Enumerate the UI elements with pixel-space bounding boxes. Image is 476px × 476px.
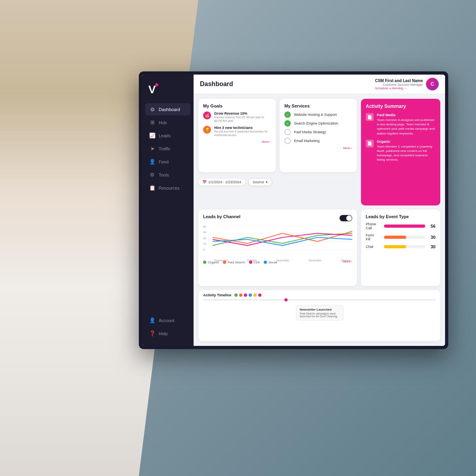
timeline-dot-blue	[249, 294, 252, 297]
chart-svg-container: September October November December Janu…	[213, 225, 352, 257]
event-item-phone: Phone Call 56	[366, 222, 436, 230]
my-goals-card: My Goals 💰 Grow Revenue 10% Improve reve…	[198, 99, 276, 172]
phone-bar-container	[384, 225, 425, 228]
activity-summary-card: Activity Summary 📄 Paid Media Team membe…	[361, 99, 440, 205]
sidebar-item-label: Hub	[159, 120, 167, 125]
activity-item-paid-media: 📄 Paid Media Team member A designed and …	[366, 113, 436, 136]
sidebar-item-label: Traffic	[159, 146, 171, 151]
sidebar-item-account[interactable]: 👤 Account	[145, 314, 190, 326]
phone-bar	[384, 225, 425, 228]
legend-organic: Organic	[203, 261, 219, 264]
check-icon-1: ✓	[284, 111, 291, 118]
event-item-chat: Chat 30	[366, 244, 436, 249]
sidebar-bottom: 👤 Account ❓ Help	[142, 314, 194, 340]
page-title: Dashboard	[200, 81, 233, 88]
leads-channel-title: Leads by Channel	[203, 214, 240, 219]
phone-count: 56	[428, 224, 436, 228]
sidebar-item-feed[interactable]: 👤 Feed	[145, 155, 190, 168]
social-dot	[264, 261, 267, 264]
paid-search-dot	[223, 261, 226, 264]
timeline-popup: Newsletter Launched Paid Search campaign…	[296, 305, 344, 321]
filter-row: 📅 1/1/2024 - 1/23/2024 Source ▾	[198, 176, 357, 188]
goal-text-2: Hire 3 new technicians Recruit and hire …	[214, 126, 271, 137]
timeline-header: Activity Timeline	[203, 293, 436, 297]
organic-icon: 📄	[366, 140, 374, 148]
chat-bar	[384, 245, 406, 248]
timeline-line	[203, 299, 436, 300]
sidebar-item-label: Resources	[159, 186, 180, 190]
legend-social: Social	[264, 261, 277, 264]
activity-summary-title: Activity Summary	[366, 104, 436, 109]
leads-channel-card: Leads by Channel 40 30 20 10 0	[198, 209, 357, 286]
goal-icon-2: 👷	[203, 126, 211, 134]
check-icon-3	[284, 129, 291, 135]
source-filter-button[interactable]: Source ▾	[248, 178, 272, 186]
lsa-dot	[249, 261, 252, 264]
chat-bar-container	[384, 245, 425, 248]
goal-item-1: 💰 Grow Revenue 10% Improve revenue from …	[203, 111, 271, 123]
goal-item-2: 👷 Hire 3 new technicians Recruit and hir…	[203, 126, 271, 137]
leads-event-card: Leads by Event Type Phone Call 56	[361, 209, 440, 286]
dashboard-icon: ⊙	[149, 106, 155, 112]
legend-paid-search: Paid Search	[223, 261, 245, 264]
sidebar-item-label: Leads	[159, 133, 171, 138]
logo-dot	[155, 83, 158, 86]
dashboard-body: My Goals 💰 Grow Revenue 10% Improve reve…	[194, 94, 445, 346]
user-info: CSM First and Last Name Customer Success…	[375, 79, 423, 90]
user-name: CSM First and Last Name	[375, 79, 423, 83]
form-bar	[384, 236, 406, 239]
service-item-3: Paid Media Strategy	[284, 129, 352, 135]
form-bar-container	[384, 236, 425, 239]
tools-icon: ⚙	[149, 172, 155, 178]
services-more-link[interactable]: More ›	[284, 146, 352, 150]
feed-icon: 👤	[149, 159, 155, 165]
monitor-frame: V ⊙ Dashboard ⊞ Hub 📈 Leads ➤	[139, 71, 448, 349]
user-role: Customer Success Manager	[375, 83, 423, 86]
leads-event-title: Leads by Event Type	[366, 214, 436, 219]
sidebar-item-leads[interactable]: 📈 Leads	[145, 129, 190, 142]
chart-more-link[interactable]: More ›	[343, 260, 352, 263]
sidebar-help-label: Help	[159, 331, 168, 336]
sidebar-item-help[interactable]: ❓ Help	[145, 327, 190, 340]
schedule-link[interactable]: Schedule a Meeting →	[375, 86, 423, 90]
sidebar-item-label: Dashboard	[159, 107, 180, 112]
sidebar-logo: V	[142, 81, 194, 103]
sidebar-item-hub[interactable]: ⊞ Hub	[145, 116, 190, 129]
help-icon: ❓	[149, 330, 155, 336]
date-range-filter[interactable]: 📅 1/1/2024 - 1/23/2024	[198, 178, 245, 186]
logo: V	[148, 84, 156, 95]
hub-icon: ⊞	[149, 119, 155, 125]
timeline-dot-green	[234, 294, 238, 297]
sidebar: V ⊙ Dashboard ⊞ Hub 📈 Leads ➤	[142, 75, 194, 346]
event-item-form: Form Fill 30	[366, 233, 436, 241]
activity-item-organic: 📄 Organic Team Member C completed a Quar…	[366, 140, 436, 162]
my-services-card: My Services ✓ Website Hosting & Support …	[280, 99, 357, 172]
sidebar-item-resources[interactable]: 📋 Resources	[145, 182, 190, 194]
goal-text-1: Grow Revenue 10% Improve revenue from $7…	[214, 111, 271, 123]
goals-more-link[interactable]: More ›	[203, 140, 271, 144]
form-count: 30	[428, 235, 436, 240]
timeline-dot-orange	[239, 294, 242, 297]
sidebar-item-dashboard[interactable]: ⊙ Dashboard	[145, 103, 190, 115]
service-item-1: ✓ Website Hosting & Support	[284, 111, 352, 118]
check-icon-4	[284, 138, 291, 144]
sidebar-item-tools[interactable]: ⚙ Tools	[145, 169, 190, 181]
sidebar-item-label: Feed	[159, 159, 169, 164]
goal-icon-1: 💰	[203, 111, 211, 119]
toggle-knob	[346, 215, 352, 221]
goals-title: My Goals	[203, 104, 271, 108]
leads-icon: 📈	[149, 132, 155, 138]
sidebar-item-traffic[interactable]: ➤ Traffic	[145, 142, 190, 155]
chart-toggle[interactable]	[340, 215, 352, 221]
account-icon: 👤	[149, 317, 155, 323]
line-chart	[213, 225, 352, 257]
organic-dot	[203, 261, 206, 264]
resources-icon: 📋	[149, 185, 155, 191]
chart-content: 40 30 20 10 0	[203, 225, 352, 257]
top-row: My Goals 💰 Grow Revenue 10% Improve reve…	[198, 99, 357, 172]
timeline-dot-red	[258, 294, 261, 297]
sidebar-item-label: Tools	[159, 173, 169, 177]
user-profile: CSM First and Last Name Customer Success…	[375, 78, 439, 90]
sidebar-nav: ⊙ Dashboard ⊞ Hub 📈 Leads ➤ Traffic 👤	[142, 103, 194, 314]
calendar-icon: 📅	[202, 180, 207, 184]
